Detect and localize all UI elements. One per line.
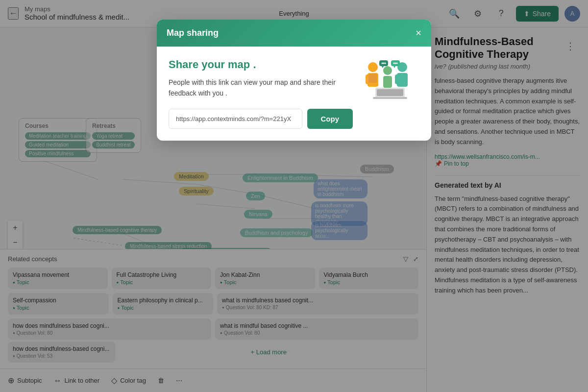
- map-sharing-modal: Map sharing × Share your map . People wi…: [157, 20, 431, 141]
- svg-rect-26: [373, 97, 407, 99]
- modal-title: Map sharing: [167, 28, 219, 38]
- copy-button[interactable]: Copy: [307, 109, 353, 129]
- share-link-input[interactable]: [169, 109, 302, 129]
- modal-close-button[interactable]: ×: [416, 27, 421, 39]
- svg-rect-25: [377, 89, 403, 96]
- svg-rect-17: [368, 74, 377, 83]
- modal-link-area: Share your map . People with this link c…: [169, 58, 353, 129]
- svg-point-22: [383, 66, 392, 75]
- link-row: Copy: [169, 109, 353, 129]
- svg-point-33: [385, 63, 386, 64]
- svg-rect-23: [383, 76, 392, 88]
- modal-share-title: Share your map .: [169, 58, 353, 71]
- modal-illustration: [361, 58, 419, 104]
- svg-point-32: [383, 63, 385, 64]
- svg-rect-21: [404, 74, 408, 84]
- svg-marker-30: [393, 66, 395, 68]
- modal-body: Share your map . People with this link c…: [157, 47, 431, 141]
- modal-overlay[interactable]: Map sharing × Share your map . People wi…: [0, 0, 588, 392]
- svg-point-35: [395, 63, 396, 64]
- svg-marker-28: [382, 66, 384, 68]
- svg-point-31: [382, 63, 383, 64]
- modal-header: Map sharing ×: [157, 20, 431, 47]
- svg-point-36: [396, 63, 398, 64]
- svg-rect-20: [395, 74, 399, 84]
- modal-description: People with this link can view your map …: [169, 77, 353, 99]
- modal-content-row: Share your map . People with this link c…: [169, 58, 419, 129]
- svg-point-13: [368, 62, 378, 72]
- svg-point-34: [393, 63, 395, 64]
